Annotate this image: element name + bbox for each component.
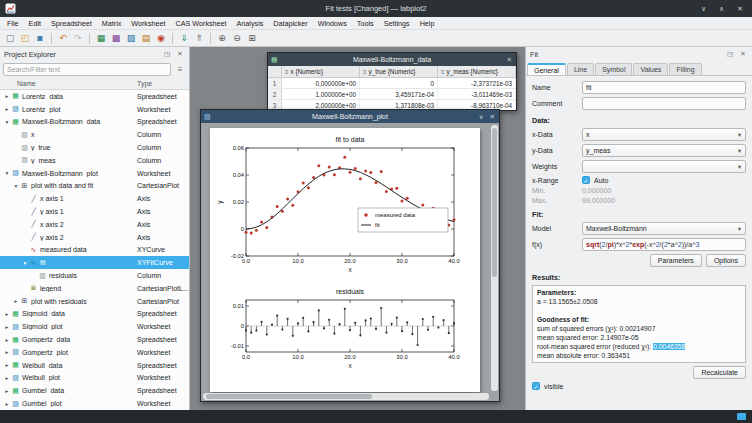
dock-float-icon[interactable]: ◳ (725, 49, 735, 59)
tree-item-sigmoid-data[interactable]: ▸▦Sigmoid_dataSpreadsheet (0, 308, 189, 321)
sheet-cell[interactable]: 0 (360, 78, 438, 88)
expander-icon[interactable]: ▸ (3, 349, 11, 355)
comment-field[interactable] (582, 97, 746, 110)
worksheet-window-titlebar[interactable]: ▨ Maxwell-Boltzmann_plot ∨ ✕ (201, 110, 499, 123)
expander-icon[interactable]: ▸ (3, 93, 11, 99)
undo-button[interactable]: ↶ (56, 31, 70, 45)
tree-item-weibull-plot[interactable]: ▸▨Weibull_plotWorksheet (0, 372, 189, 385)
dock-close-icon[interactable]: ✕ (175, 49, 185, 59)
y-data-combo[interactable]: y_meas▼ (582, 144, 746, 157)
search-input[interactable] (3, 63, 171, 76)
row-number[interactable]: 1 (268, 78, 282, 88)
tree-item-legend[interactable]: ≣legendCartesianPlotL... (0, 282, 189, 295)
tree-item-maxwell-boltzmann-data[interactable]: ▾▦Maxwell-Boltzmann_dataSpreadsheet (0, 116, 189, 129)
horizontal-scrollbar[interactable] (203, 393, 489, 400)
expander-icon[interactable]: ▸ (3, 324, 11, 330)
new-spreadsheet-button[interactable]: ▦ (94, 31, 108, 45)
open-project-button[interactable]: ◰ (18, 31, 32, 45)
close-icon[interactable]: ✕ (490, 113, 495, 121)
tree-item-plot-with-data-and-fit[interactable]: ▾⊞plot with data and fitCartesianPlot (0, 180, 189, 193)
row-number[interactable]: 2 (268, 89, 282, 99)
menu-settings[interactable]: Settings (379, 19, 415, 28)
fit-results-box[interactable]: Parameters:a = 13.1565±2.0508 Goodness o… (532, 285, 746, 363)
tree-item-maxwell-boltzmann-plot[interactable]: ▾▨Maxwell-Boltzmann_plotWorksheet (0, 167, 189, 180)
vertical-scrollbar[interactable] (491, 125, 498, 391)
menu-edit[interactable]: Edit (24, 19, 46, 28)
new-note-button[interactable]: ▤ (139, 31, 153, 45)
tree-item-gompertz-plot[interactable]: ▸▨Gompertz_plotWorksheet (0, 346, 189, 359)
sheet-corner[interactable] (268, 66, 282, 77)
x-data-combo[interactable]: x▼ (582, 128, 746, 141)
new-datapicker-button[interactable]: ◉ (154, 31, 168, 45)
tab-general[interactable]: General (527, 63, 566, 75)
expander-icon[interactable]: ▸ (3, 375, 11, 381)
new-project-button[interactable]: ▢ (3, 31, 17, 45)
menu-windows[interactable]: Windows (313, 19, 352, 28)
tree-item-gumbel-plot[interactable]: ▸▨Gumbel_plotWorksheet (0, 397, 189, 410)
dock-close-icon[interactable]: ✕ (738, 49, 748, 59)
zoom-in-button[interactable]: ⊕ (215, 31, 229, 45)
sheet-column-header[interactable]: ≡x {Numeric} (282, 66, 360, 77)
worksheet-page[interactable]: fit to data0.010.020.030.040.0-0.0200.02… (210, 128, 480, 392)
tab-symbol[interactable]: Symbol (595, 63, 632, 75)
expander-icon[interactable]: ▾ (12, 183, 20, 189)
menu-help[interactable]: Help (415, 19, 440, 28)
tree-item-x-axis-1[interactable]: ╱x axis 1Axis (0, 192, 189, 205)
import-data-button[interactable]: ⇓ (177, 31, 191, 45)
tree-item-lorentz-plot[interactable]: ▸▨Lorentz_plotWorksheet (0, 103, 189, 116)
minimize-icon[interactable]: ∨ (701, 5, 706, 13)
expander-icon[interactable]: ▸ (3, 337, 11, 343)
sheet-cell[interactable]: 1,000000e+00 (282, 89, 360, 99)
menu-file[interactable]: File (2, 19, 24, 28)
tree-item-measured-data[interactable]: ∿measured dataXYCurve (0, 244, 189, 257)
tree-item-plot-with-residuals[interactable]: ▸⊞plot with residualsCartesianPlot (0, 295, 189, 308)
tab-line[interactable]: Line (567, 63, 594, 75)
menu-worksheet[interactable]: Worksheet (126, 19, 170, 28)
expander-icon[interactable]: ▸ (12, 298, 20, 304)
spreadsheet-window-titlebar[interactable]: ▦ Maxwell-Boltzmann_data ✕ (268, 53, 516, 66)
expander-icon[interactable]: ▸ (3, 311, 11, 317)
auto-range-checkbox[interactable]: ✓ (582, 176, 590, 184)
tree-item-fit[interactable]: ▾∿fitXYFitCurve (0, 256, 189, 269)
sheet-cell[interactable]: 3,459171e-04 (360, 89, 438, 99)
select-mode-button[interactable]: ⊞ (245, 31, 259, 45)
export-button[interactable]: ⇑ (192, 31, 206, 45)
restore-icon[interactable]: ∨ (479, 113, 484, 121)
name-field[interactable]: fit (582, 81, 746, 94)
menu-spreadsheet[interactable]: Spreadsheet (46, 19, 97, 28)
tree-item-y-axis-1[interactable]: ╱y axis 1Axis (0, 205, 189, 218)
menu-analysis[interactable]: Analysis (232, 19, 269, 28)
new-matrix-button[interactable]: ▩ (109, 31, 123, 45)
search-options-icon[interactable]: ≡ (174, 64, 186, 76)
menu-datapicker[interactable]: Datapicker (268, 19, 312, 28)
residuals-plot-svg[interactable]: residuals0.010.020.030.040.0-0.0100.01x (210, 288, 462, 380)
parameters-button[interactable]: Parameters (650, 254, 702, 267)
close-icon[interactable]: ✕ (507, 56, 512, 64)
tree-item-y-meas[interactable]: ▥y_measColumn (0, 154, 189, 167)
tree-item-lorentz-data[interactable]: ▸▦Lorentz_dataSpreadsheet (0, 90, 189, 103)
menu-cas-worksheet[interactable]: CAS Worksheet (171, 19, 232, 28)
menu-matrix[interactable]: Matrix (97, 19, 127, 28)
tree-item-weibull-data[interactable]: ▸▦Weibull_dataSpreadsheet (0, 359, 189, 372)
worksheet-window[interactable]: ▨ Maxwell-Boltzmann_plot ∨ ✕ fit to data… (200, 109, 500, 402)
column-header-type[interactable]: Type (137, 80, 152, 87)
visible-checkbox[interactable]: ✓ (532, 382, 540, 390)
sheet-column-header[interactable]: ≡y_meas {Numeric} (438, 66, 516, 77)
expander-icon[interactable]: ▾ (3, 119, 11, 125)
menu-tools[interactable]: Tools (352, 19, 379, 28)
redo-button[interactable]: ↷ (71, 31, 85, 45)
expander-icon[interactable]: ▸ (3, 401, 11, 407)
model-combo[interactable]: Maxwell-Boltzmann▼ (582, 222, 746, 235)
maximize-icon[interactable]: ∧ (719, 5, 724, 13)
new-worksheet-button[interactable]: ▨ (124, 31, 138, 45)
expander-icon[interactable]: ▸ (3, 362, 11, 368)
spreadsheet-table[interactable]: ≡x {Numeric}≡y_true {Numeric}≡y_meas {Nu… (268, 66, 516, 110)
sheet-cell[interactable]: -2,373721e-03 (438, 78, 516, 88)
tree-item-x[interactable]: ▥xColumn (0, 128, 189, 141)
sheet-cell[interactable]: 0,000000e+00 (282, 78, 360, 88)
tree-item-gumbel-data[interactable]: ▸▦Gumbel_dataSpreadsheet (0, 384, 189, 397)
column-header-name[interactable]: Name (0, 80, 36, 87)
tab-filling[interactable]: Filling (669, 63, 701, 75)
save-project-button[interactable]: ◙ (33, 31, 47, 45)
sheet-cell[interactable]: -3,011469e-03 (438, 89, 516, 99)
